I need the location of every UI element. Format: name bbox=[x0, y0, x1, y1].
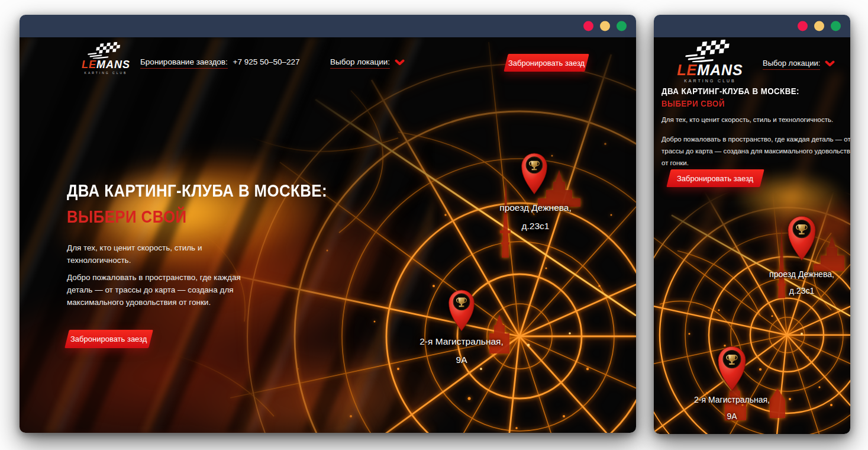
trophy-pin-icon bbox=[717, 344, 747, 393]
book-ride-button-header[interactable]: Забронировать заезд bbox=[504, 54, 589, 72]
window-controls bbox=[583, 21, 627, 31]
hero-title-line2: ВЫБЕРИ СВОЙ bbox=[662, 98, 735, 109]
map-pin-magistralnaya[interactable] bbox=[447, 288, 476, 335]
desktop-site-viewport: LEMANS KARTING CLUB Бронирование заездов… bbox=[20, 37, 636, 433]
window-minimize-button[interactable] bbox=[814, 21, 824, 31]
book-ride-button-hero[interactable]: Забронировать заезд bbox=[666, 169, 764, 187]
hero-title-line2: ВЫБЕРИ СВОЙ bbox=[67, 207, 206, 227]
mobile-site-viewport: LEMANS KARTING CLUB Выбор локации: ДВА К… bbox=[654, 37, 850, 434]
chevron-down-icon bbox=[395, 59, 405, 66]
checkered-flag-icon bbox=[685, 40, 735, 62]
moscow-roadmap-graphic bbox=[654, 37, 850, 434]
logo-subtitle: KARTING CLUB bbox=[78, 71, 134, 75]
page-canvas: LEMANS KARTING CLUB Бронирование заездов… bbox=[0, 0, 868, 450]
location-label: Выбор локации: bbox=[763, 59, 820, 70]
window-controls bbox=[798, 21, 841, 31]
mobile-window-titlebar[interactable] bbox=[654, 15, 850, 37]
hero-paragraph-1: Для тех, кто ценит скорость, стиль и тех… bbox=[67, 242, 262, 267]
hero-paragraph-2: Добро пожаловать в пространство, где каж… bbox=[67, 272, 265, 309]
booking-phone-link[interactable]: Бронирование заездов: +7 925 50–50–227 bbox=[140, 57, 300, 66]
logo-subtitle: KARTING CLUB bbox=[672, 79, 748, 83]
trophy-pin-icon bbox=[786, 214, 817, 262]
map-pin-magistralnaya[interactable] bbox=[717, 344, 747, 395]
mobile-browser-window: LEMANS KARTING CLUB Выбор локации: ДВА К… bbox=[654, 15, 850, 434]
pin-label-dezhneva: проезд Дежнева,д.23с1 bbox=[470, 198, 601, 235]
chevron-down-icon bbox=[825, 60, 835, 67]
trophy-pin-icon bbox=[520, 151, 548, 196]
location-label: Выбор локации: bbox=[330, 57, 390, 69]
moscow-roadmap-graphic bbox=[20, 37, 636, 433]
window-zoom-button[interactable] bbox=[831, 21, 841, 31]
lemans-logo[interactable]: LEMANS KARTING CLUB bbox=[78, 42, 134, 75]
pin-label-magistralnaya: 2-я Магистральная,9А bbox=[667, 391, 797, 425]
trophy-pin-icon bbox=[447, 288, 476, 333]
phone-number: +7 925 50–50–227 bbox=[233, 57, 300, 66]
location-selector[interactable]: Выбор локации: bbox=[330, 57, 405, 69]
pin-label-magistralnaya: 2-я Магистральная,9А bbox=[396, 332, 527, 369]
hero-title-line1: ДВА КАРТИНГ-КЛУБА В МОСКВЕ: bbox=[67, 181, 370, 201]
desktop-window-titlebar[interactable] bbox=[20, 15, 636, 37]
booking-label: Бронирование заездов: bbox=[140, 57, 228, 69]
window-zoom-button[interactable] bbox=[617, 21, 627, 31]
hero-title-line1: ДВА КАРТИНГ-КЛУБА В МОСКВЕ: bbox=[662, 86, 822, 97]
window-close-button[interactable] bbox=[583, 21, 593, 31]
logo-wordmark: LEMANS bbox=[672, 63, 748, 78]
checkered-flag-icon bbox=[88, 42, 124, 59]
map-pin-dezhneva[interactable] bbox=[786, 214, 817, 265]
window-minimize-button[interactable] bbox=[600, 21, 610, 31]
desktop-browser-window: LEMANS KARTING CLUB Бронирование заездов… bbox=[20, 15, 636, 433]
location-selector[interactable]: Выбор локации: bbox=[763, 59, 835, 70]
book-ride-button-hero[interactable]: Забронировать заезд bbox=[64, 330, 153, 348]
pin-label-dezhneva: проезд Дежнева,д.23с1 bbox=[737, 266, 850, 299]
hero-paragraph-1: Для тех, кто ценит скорость, стиль и тех… bbox=[662, 114, 850, 125]
logo-wordmark: LEMANS bbox=[78, 59, 134, 70]
lemans-logo[interactable]: LEMANS KARTING CLUB bbox=[672, 40, 748, 83]
hero-paragraph-2: Добро пожаловать в пространство, где каж… bbox=[662, 133, 850, 169]
window-close-button[interactable] bbox=[798, 21, 808, 31]
map-pin-dezhneva[interactable] bbox=[520, 151, 548, 198]
